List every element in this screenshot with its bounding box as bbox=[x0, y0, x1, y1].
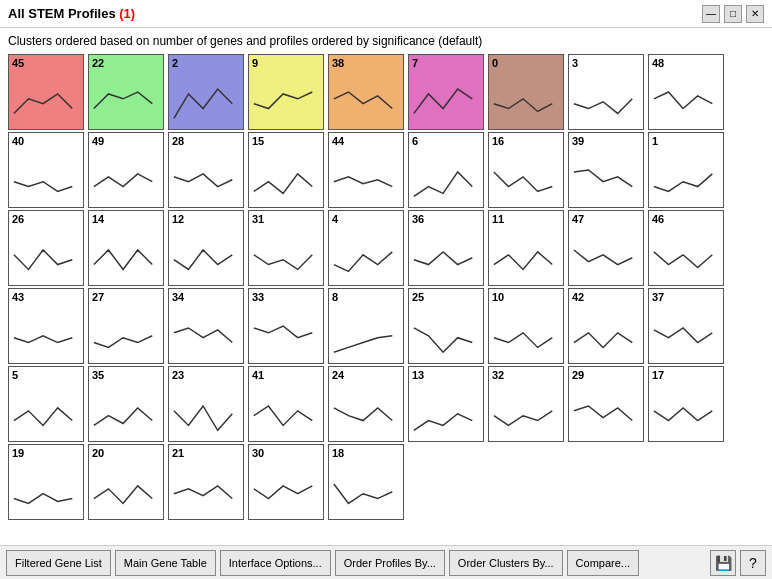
cluster-cell-13[interactable]: 13 bbox=[408, 366, 484, 442]
close-button[interactable]: ✕ bbox=[746, 5, 764, 23]
cell-label: 2 bbox=[172, 57, 178, 69]
subtitle: Clusters ordered based on number of gene… bbox=[8, 34, 764, 48]
cluster-cell-48[interactable]: 48 bbox=[648, 54, 724, 130]
cell-label: 23 bbox=[172, 369, 184, 381]
cell-label: 21 bbox=[172, 447, 184, 459]
cell-label: 10 bbox=[492, 291, 504, 303]
save-icon[interactable]: 💾 bbox=[710, 550, 736, 576]
cell-label: 4 bbox=[332, 213, 338, 225]
cluster-cell-32[interactable]: 32 bbox=[488, 366, 564, 442]
cluster-cell-39[interactable]: 39 bbox=[568, 132, 644, 208]
cluster-cell-6[interactable]: 6 bbox=[408, 132, 484, 208]
filtered-gene-list-button[interactable]: Filtered Gene List bbox=[6, 550, 111, 576]
cell-label: 43 bbox=[12, 291, 24, 303]
cluster-cell-4[interactable]: 4 bbox=[328, 210, 404, 286]
cluster-cell-41[interactable]: 41 bbox=[248, 366, 324, 442]
cell-label: 15 bbox=[252, 135, 264, 147]
cluster-cell-44[interactable]: 44 bbox=[328, 132, 404, 208]
cluster-cell-10[interactable]: 10 bbox=[488, 288, 564, 364]
cell-label: 22 bbox=[92, 57, 104, 69]
cluster-cell-46[interactable]: 46 bbox=[648, 210, 724, 286]
cell-label: 33 bbox=[252, 291, 264, 303]
cluster-cell-33[interactable]: 33 bbox=[248, 288, 324, 364]
cell-label: 20 bbox=[92, 447, 104, 459]
cluster-cell-18[interactable]: 18 bbox=[328, 444, 404, 520]
cluster-cell-28[interactable]: 28 bbox=[168, 132, 244, 208]
cluster-cell-49[interactable]: 49 bbox=[88, 132, 164, 208]
cluster-cell-8[interactable]: 8 bbox=[328, 288, 404, 364]
cell-label: 29 bbox=[572, 369, 584, 381]
cluster-cell-12[interactable]: 12 bbox=[168, 210, 244, 286]
cell-label: 36 bbox=[412, 213, 424, 225]
title-bar-title: All STEM Profiles (1) bbox=[8, 6, 135, 21]
cluster-cell-16[interactable]: 16 bbox=[488, 132, 564, 208]
cluster-cell-1[interactable]: 1 bbox=[648, 132, 724, 208]
cluster-cell-37[interactable]: 37 bbox=[648, 288, 724, 364]
cluster-cell-7[interactable]: 7 bbox=[408, 54, 484, 130]
cell-label: 28 bbox=[172, 135, 184, 147]
cluster-cell-17[interactable]: 17 bbox=[648, 366, 724, 442]
cell-label: 32 bbox=[492, 369, 504, 381]
maximize-button[interactable]: □ bbox=[724, 5, 742, 23]
cell-label: 14 bbox=[92, 213, 104, 225]
cluster-cell-20[interactable]: 20 bbox=[88, 444, 164, 520]
cell-label: 8 bbox=[332, 291, 338, 303]
order-profiles-by-button[interactable]: Order Profiles By... bbox=[335, 550, 445, 576]
cluster-cell-40[interactable]: 40 bbox=[8, 132, 84, 208]
cluster-cell-2[interactable]: 2 bbox=[168, 54, 244, 130]
cluster-cell-26[interactable]: 26 bbox=[8, 210, 84, 286]
cluster-cell-36[interactable]: 36 bbox=[408, 210, 484, 286]
minimize-button[interactable]: — bbox=[702, 5, 720, 23]
cluster-cell-14[interactable]: 14 bbox=[88, 210, 164, 286]
compare-button[interactable]: Compare... bbox=[567, 550, 639, 576]
cluster-cell-27[interactable]: 27 bbox=[88, 288, 164, 364]
main-gene-table-button[interactable]: Main Gene Table bbox=[115, 550, 216, 576]
cluster-cell-0[interactable]: 0 bbox=[488, 54, 564, 130]
cell-label: 1 bbox=[652, 135, 658, 147]
cell-label: 11 bbox=[492, 213, 504, 225]
cluster-cell-31[interactable]: 31 bbox=[248, 210, 324, 286]
cluster-cell-23[interactable]: 23 bbox=[168, 366, 244, 442]
cluster-cell-30[interactable]: 30 bbox=[248, 444, 324, 520]
cluster-cell-19[interactable]: 19 bbox=[8, 444, 84, 520]
cluster-cell-21[interactable]: 21 bbox=[168, 444, 244, 520]
cell-label: 45 bbox=[12, 57, 24, 69]
order-clusters-by-button[interactable]: Order Clusters By... bbox=[449, 550, 563, 576]
cell-label: 0 bbox=[492, 57, 498, 69]
cluster-cell-45[interactable]: 45 bbox=[8, 54, 84, 130]
cluster-cell-43[interactable]: 43 bbox=[8, 288, 84, 364]
cell-label: 48 bbox=[652, 57, 664, 69]
cell-label: 31 bbox=[252, 213, 264, 225]
cell-label: 9 bbox=[252, 57, 258, 69]
cell-label: 34 bbox=[172, 291, 184, 303]
cell-label: 37 bbox=[652, 291, 664, 303]
cluster-cell-3[interactable]: 3 bbox=[568, 54, 644, 130]
help-icon[interactable]: ? bbox=[740, 550, 766, 576]
cluster-cell-47[interactable]: 47 bbox=[568, 210, 644, 286]
cluster-cell-42[interactable]: 42 bbox=[568, 288, 644, 364]
cell-label: 47 bbox=[572, 213, 584, 225]
cell-label: 3 bbox=[572, 57, 578, 69]
cluster-cell-11[interactable]: 11 bbox=[488, 210, 564, 286]
cell-label: 44 bbox=[332, 135, 344, 147]
bottom-bar: Filtered Gene List Main Gene Table Inter… bbox=[0, 545, 772, 579]
cluster-cell-22[interactable]: 22 bbox=[88, 54, 164, 130]
interface-options-button[interactable]: Interface Options... bbox=[220, 550, 331, 576]
cluster-cell-29[interactable]: 29 bbox=[568, 366, 644, 442]
main-content: Clusters ordered based on number of gene… bbox=[0, 28, 772, 545]
cluster-cell-38[interactable]: 38 bbox=[328, 54, 404, 130]
cell-label: 13 bbox=[412, 369, 424, 381]
cell-label: 19 bbox=[12, 447, 24, 459]
cluster-cell-9[interactable]: 9 bbox=[248, 54, 324, 130]
cluster-cell-34[interactable]: 34 bbox=[168, 288, 244, 364]
cluster-cell-5[interactable]: 5 bbox=[8, 366, 84, 442]
cluster-cell-25[interactable]: 25 bbox=[408, 288, 484, 364]
cell-label: 42 bbox=[572, 291, 584, 303]
app-title: All STEM Profiles (1) bbox=[8, 6, 135, 21]
cluster-cell-35[interactable]: 35 bbox=[88, 366, 164, 442]
cell-label: 35 bbox=[92, 369, 104, 381]
cell-label: 25 bbox=[412, 291, 424, 303]
cluster-cell-15[interactable]: 15 bbox=[248, 132, 324, 208]
cell-label: 18 bbox=[332, 447, 344, 459]
cluster-cell-24[interactable]: 24 bbox=[328, 366, 404, 442]
